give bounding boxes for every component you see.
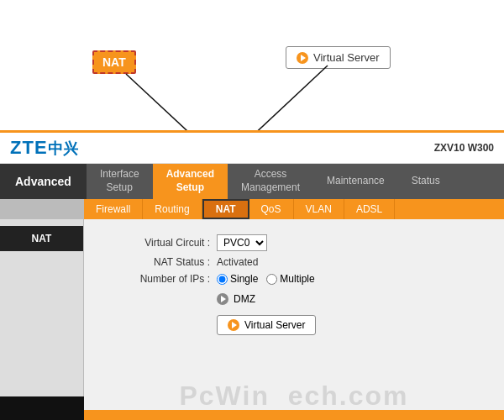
dmz-row: DMZ [217,290,487,307]
num-ips-row: Number of IPs : Single Multiple [101,273,487,285]
main-nav: Advanced Interface Setup Advanced Setup … [0,164,504,199]
radio-multiple[interactable] [266,274,277,285]
svg-line-0 [126,74,223,130]
nat-status-label: NAT Status : [101,256,210,268]
num-ips-label: Number of IPs : [101,273,210,285]
nat-status-row: NAT Status : Activated [101,256,487,268]
virtual-circuit-select[interactable]: PVC0 PVC1 PVC2 [217,234,267,251]
radio-single-text: Single [230,273,258,285]
nav-item-advanced-setup[interactable]: Advanced Setup [153,164,228,199]
nav-item-interface-setup[interactable]: Interface Setup [87,164,153,199]
play-icon [297,52,308,64]
sub-nav-nat[interactable]: NAT [202,199,249,219]
annotation-arrows [0,0,504,130]
sub-nav-wrapper: Firewall Routing NAT QoS VLAN ADSL [0,199,504,219]
nat-callout-label: NAT [102,55,126,69]
watermark-text: PcWin ech.com [84,381,504,412]
virtual-server-callout-label: Virtual Server [313,51,380,64]
dmz-play-icon [217,293,228,305]
sub-nav: Firewall Routing NAT QoS VLAN ADSL [84,199,504,219]
dmz-button[interactable]: DMZ [217,293,255,305]
nat-callout-box: NAT [92,50,136,74]
sidebar-item-nat[interactable]: NAT [0,226,83,251]
footer-orange-strip [84,410,504,420]
sub-nav-adsl[interactable]: ADSL [344,199,395,219]
virtual-server-row: Virtual Server [217,312,487,335]
nav-item-status[interactable]: Status [398,164,454,199]
radio-single[interactable] [217,274,228,285]
sub-nav-spacer [0,199,84,219]
radio-single-label[interactable]: Single [217,273,258,285]
nav-item-access-management[interactable]: Access Management [228,164,313,199]
sidebar: NAT [0,219,84,420]
sub-nav-routing[interactable]: Routing [143,199,202,219]
virtual-server-callout-box: Virtual Server [286,46,391,69]
num-ips-radio-group: Single Multiple [217,273,315,285]
sub-nav-firewall[interactable]: Firewall [84,199,143,219]
virtual-circuit-row: Virtual Circuit : PVC0 PVC1 PVC2 [101,234,487,251]
sub-nav-qos[interactable]: QoS [249,199,294,219]
nat-status-value: Activated [217,256,258,268]
radio-multiple-label[interactable]: Multiple [266,273,314,285]
page-header: ZTE 中兴 ZXV10 W300 [0,130,504,164]
zte-logo-en: ZTE [10,137,48,159]
model-name: ZXV10 W300 [434,142,494,154]
zte-logo: ZTE 中兴 [10,137,78,159]
virtual-server-button[interactable]: Virtual Server [217,315,316,335]
radio-multiple-text: Multiple [280,273,314,285]
nav-items-container: Interface Setup Advanced Setup Access Ma… [87,164,504,199]
footer-black-strip [0,396,84,420]
dmz-label: DMZ [234,293,255,305]
main-content: Virtual Circuit : PVC0 PVC1 PVC2 NAT Sta… [84,219,504,420]
virtual-server-button-label: Virtual Server [244,319,305,331]
zte-logo-cn: 中兴 [48,139,78,159]
top-annotation-area: NAT Virtual Server [0,0,504,130]
virtual-circuit-label: Virtual Circuit : [101,237,210,249]
virtual-server-play-icon [228,319,239,331]
svg-line-2 [223,66,328,130]
nav-active-label: Advanced [0,164,87,199]
nav-item-maintenance[interactable]: Maintenance [313,164,398,199]
sub-nav-vlan[interactable]: VLAN [294,199,344,219]
content-area: NAT Virtual Circuit : PVC0 PVC1 PVC2 NAT… [0,219,504,420]
